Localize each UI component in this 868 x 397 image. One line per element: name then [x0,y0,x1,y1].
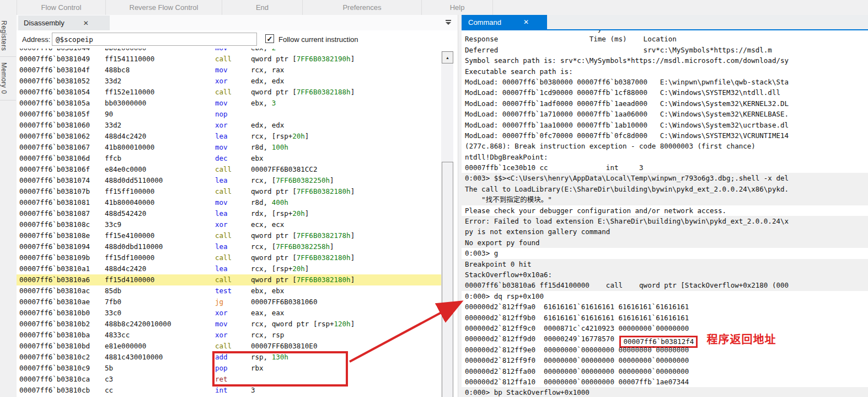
instruction-mnemonic: call [215,252,251,263]
instruction-bytes: 488d4c2420 [105,263,215,274]
disasm-row[interactable]: 00007ff6`b038106741b800010000movr8d, 100… [17,142,441,153]
disasm-row[interactable]: 00007ff6`b038106fe84e0c0000call00007FF6B… [17,164,441,175]
instruction-operands: rcx, [rsp+20h] [251,131,309,142]
instruction-address: 00007ff6`b038107b [19,186,105,197]
instruction-bytes: 488d0dd5110000 [105,175,215,186]
instruction-address: 00007ff6`b03810ca [19,374,105,385]
disasm-row[interactable]: 00007ff6`b03810a1488d4c2420learcx, [rsp+… [17,263,441,274]
instruction-mnemonic: xor [215,120,251,131]
disasm-row[interactable]: 00007ff6`b0381074488d0dd5110000learcx, [… [17,175,441,186]
disasm-row[interactable]: 00007ff6`b038106dffcbdecebx [17,153,441,164]
command-line: 000000d2`812ff9b0 61616161`61616161 6161… [462,313,868,323]
command-line: 0:000> bp StackOverflow+0x1000 [462,387,868,397]
instruction-mnemonic: call [215,54,251,65]
address-input[interactable] [52,33,257,46]
disasm-row[interactable]: 00007ff6`b0381062488d4c2420learcx, [rsp+… [17,131,441,142]
command-line: "找不到指定的模块。" [462,194,868,205]
instruction-mnemonic: test [215,285,251,297]
instruction-operands: qword ptr [7FF6B0382180h] [251,252,355,263]
disasm-row[interactable]: 00007ff6`b0381049ff1541110000callqword p… [17,54,441,65]
close-icon[interactable]: ✕ [523,18,529,26]
disasm-row-current[interactable]: 00007ff6`b03810a6ff15d4100000callqword p… [17,274,441,285]
instruction-mnemonic: int [215,385,251,396]
disasm-row[interactable]: 00007ff6`b03810bde81e000000call00007FF6B… [17,341,441,352]
scroll-up-icon[interactable]: ▲ [442,51,453,63]
menu-item-flow-control[interactable]: Flow Control [17,0,106,15]
disasm-row[interactable]: 00007ff6`b03810ac85dbtestebx, ebx [17,285,441,297]
tab-command[interactable]: Command ✕ [462,15,547,29]
stack-dump-prefix: 000000d2`812ff9d0 00000249`16778570 [465,335,618,343]
command-line: 000000d2`812ffa10 00000000`00000000 0000… [462,377,868,387]
instruction-address: 00007ff6`b038106d [19,153,105,164]
disasm-row[interactable]: 00007ff6`b038105233d2xoredx, edx [17,76,441,87]
instruction-address: 00007ff6`b0381062 [19,131,105,142]
disasm-row[interactable]: 00007ff6`b038108141b800040000movr8d, 400… [17,197,441,208]
disassembly-toolbar: Address: ✓ Follow current instruction [17,30,458,49]
disasm-row[interactable]: 00007ff6`b03810ae7fb0jg00007FF6B0381060 [17,297,441,308]
menu-item-preferences[interactable]: Preferences [303,0,422,15]
command-output[interactable]: yResponse Time (ms) LocationDeferred srv… [462,30,868,397]
menu-item-end[interactable]: End [222,0,303,15]
disasm-row[interactable]: 00007ff6`b03810b2488b8c2420010000movrcx,… [17,319,441,330]
command-line: 000000d2`812ff9c0 0000871c`c4210923 0000… [462,323,868,334]
disasm-row[interactable]: 00007ff6`b038106033d2xoredx, edx [17,120,441,131]
disasm-row[interactable]: 00007ff6`b038108eff15e4100000callqword p… [17,230,441,241]
disasm-row[interactable]: 00007ff6`b03810cbccint3 [17,385,441,396]
instruction-operands: ecx, ecx [251,219,284,230]
command-tabbar: Command ✕ [462,15,868,30]
disasm-row[interactable]: 00007ff6`b038108c33c9xorecx, ecx [17,219,441,230]
disasm-row[interactable]: 00007ff6`b038107bff15ff100000callqword p… [17,186,441,197]
disasm-row[interactable]: 00007ff6`b038109bff15df100000callqword p… [17,252,441,263]
instruction-bytes: ff1541110000 [105,54,215,65]
rail-tab-registers[interactable]: Registers [0,15,16,57]
disasm-row[interactable]: 00007ff6`b038105abb03000000movebx, 3 [17,98,441,109]
disassembly-listing: 00007ff6`b0381044bb02000000movebx, 20000… [17,49,441,397]
command-line: 00007ffb`1ce30b10 cc int 3 [462,162,868,173]
disasm-row[interactable]: 00007ff6`b038105f90nop [17,109,441,120]
command-pane: Command ✕ yResponse Time (ms) LocationDe… [462,15,868,397]
instruction-operands: qword ptr [7FF6B0382180h] [251,274,355,285]
instruction-operands: rcx, rsp [251,330,284,341]
disasm-row[interactable]: 00007ff6`b0381087488d542420leardx, [rsp+… [17,208,441,219]
instruction-bytes: bb03000000 [105,98,215,109]
disasm-row[interactable]: 00007ff6`b0381054ff152e110000callqword p… [17,87,441,98]
disassembly-scrollbar-thumb[interactable] [442,162,453,397]
instruction-mnemonic: call [215,274,251,285]
instruction-address: 00007ff6`b0381060 [19,120,105,131]
instruction-operands: ebx [251,153,264,164]
command-line: 000000d2`812ffa00 00000000`00000000 0000… [462,366,868,377]
annotation-return-address-note: 程序返回地址 [706,334,776,346]
instruction-operands: ebx, ebx [251,285,284,297]
close-icon[interactable]: ✕ [83,19,89,27]
menu-item-help[interactable]: Help [422,0,493,15]
command-line: ModLoad: 00007ff6`b0380000 00007ff6`b038… [462,77,868,87]
instruction-mnemonic: xor [215,76,251,87]
disasm-row[interactable]: 00007ff6`b038104f488bc8movrcx, rax [17,65,441,76]
rail-tab-memory0[interactable]: Memory 0 [0,57,16,100]
instruction-address: 00007ff6`b0381067 [19,142,105,153]
pane-menu-icon[interactable] [446,20,451,25]
instruction-operands: 00007FF6B0381060 [251,297,317,308]
disasm-row[interactable]: 00007ff6`b03810b033c0xoreax, eax [17,308,441,319]
menu-spacer [0,0,17,15]
menu-item-reverse-flow-control[interactable]: Reverse Flow Control [106,0,222,15]
annotation-box-rop-gadget [212,351,348,387]
command-line: Executable search path is: [462,66,868,77]
instruction-address: 00007ff6`b03810c2 [19,352,105,363]
instruction-address: 00007ff6`b03810a1 [19,263,105,274]
instruction-operands: edx, edx [251,76,284,87]
follow-checkbox[interactable]: ✓ [265,34,274,43]
instruction-bytes: 488d0dbd110000 [105,241,215,252]
instruction-bytes: 488bc8 [105,65,215,76]
disasm-row[interactable]: 00007ff6`b03810ba4833ccxorrcx, rsp [17,330,441,341]
disasm-row[interactable]: 00007ff6`b0381044bb02000000movebx, 2 [17,49,441,54]
command-line: 000000d2`812ff9f0 00000000`00000000 0000… [462,355,868,366]
address-label: Address: [22,35,50,44]
disasm-row[interactable]: 00007ff6`b0381094488d0dbd110000learcx, [… [17,241,441,252]
instruction-operands: rdx, [rsp+20h] [251,208,309,219]
tab-disassembly-label: Disassembly [24,19,65,27]
instruction-address: 00007ff6`b038108e [19,230,105,241]
tab-disassembly[interactable]: Disassembly ✕ [18,15,110,30]
instruction-mnemonic: lea [215,208,251,219]
instruction-bytes: 33c0 [105,308,215,319]
